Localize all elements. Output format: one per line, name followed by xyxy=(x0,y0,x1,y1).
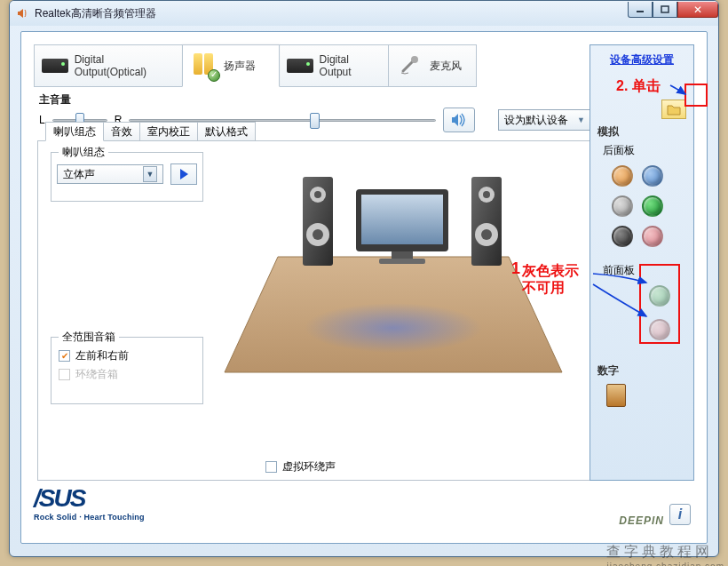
brand-logo: /SUS Rock Solid · Heart Touching xyxy=(34,484,145,522)
master-volume-label: 主音量 xyxy=(39,92,591,108)
front-jacks xyxy=(622,282,686,347)
checkbox-virtual-surround[interactable]: 虚拟环绕声 xyxy=(265,459,336,474)
full-range-label: 全范围音箱 xyxy=(59,330,119,345)
jack-gray[interactable] xyxy=(612,195,633,217)
titlebar[interactable]: Realtek高清晰音频管理器 ✕ xyxy=(10,1,718,26)
speaker-config-label: 喇叭组态 xyxy=(59,145,108,160)
mute-button[interactable] xyxy=(443,108,475,132)
tab-label: 麦克风 xyxy=(430,59,462,74)
jack-front-green[interactable] xyxy=(649,285,670,307)
svg-rect-16 xyxy=(361,195,443,244)
subtab-speaker-config[interactable]: 喇叭组态 xyxy=(45,122,104,141)
minimize-button[interactable] xyxy=(628,2,653,18)
brand-name: /SUS xyxy=(34,484,145,513)
microphone-icon xyxy=(396,52,424,80)
balance-left-label: L xyxy=(39,114,45,126)
svg-rect-0 xyxy=(637,11,644,12)
svg-point-12 xyxy=(483,191,490,198)
jack-black[interactable] xyxy=(612,226,633,247)
tab-speakers[interactable]: 扬声器 xyxy=(182,44,280,87)
rear-jacks xyxy=(597,162,686,254)
right-sidebar: 设备高级设置 模拟 后面板 前面板 数字 xyxy=(590,44,694,481)
svg-point-4 xyxy=(305,303,482,353)
front-panel-label: 前面板 xyxy=(603,263,686,278)
frame: Digital Output(Optical) 扬声器 Digital Outp… xyxy=(20,31,708,544)
device-icon xyxy=(42,52,69,80)
jack-orange[interactable] xyxy=(612,165,633,187)
advanced-settings-link[interactable]: 设备高级设置 xyxy=(597,52,686,68)
subtab-label: 喇叭组态 xyxy=(53,124,96,140)
info-button[interactable]: i xyxy=(669,504,691,525)
body: Digital Output(Optical) 扬声器 Digital Outp… xyxy=(10,26,718,556)
checkbox-icon xyxy=(265,461,277,473)
svg-rect-17 xyxy=(392,251,413,259)
speaker-config-select[interactable]: 立体声 ▼ xyxy=(57,164,163,184)
tab-digital-output-optical[interactable]: Digital Output(Optical) xyxy=(34,44,183,87)
full-range-box: 全范围音箱 ✔ 左前和右前 环绕音箱 xyxy=(51,337,203,404)
select-value: 立体声 xyxy=(63,167,95,182)
checkbox-icon: ✔ xyxy=(59,350,70,362)
subtab-label: 音效 xyxy=(111,124,132,140)
app-window: Realtek高清晰音频管理器 ✕ Digital Output(Optical… xyxy=(9,0,719,557)
tab-microphone[interactable]: 麦克风 xyxy=(388,44,477,87)
subtab-room-correction[interactable]: 室内校正 xyxy=(139,122,198,141)
speakers-icon xyxy=(190,52,218,80)
speaker-icon xyxy=(450,112,468,128)
speaker-app-icon xyxy=(15,6,29,20)
analog-section-label: 模拟 xyxy=(597,124,686,140)
digital-section-label: 数字 xyxy=(597,363,686,379)
maximize-button[interactable] xyxy=(653,2,677,18)
default-device-dropdown[interactable]: 设为默认设备 ▼ xyxy=(498,109,591,131)
watermark: 查字典教程网 jiaocheng.chazidian.com xyxy=(606,543,724,566)
checkbox-surround: 环绕音箱 xyxy=(59,367,195,382)
close-icon: ✕ xyxy=(693,4,702,16)
config-group: 喇叭组态 音效 室内校正 默认格式 喇叭组态 立体声 ▼ xyxy=(37,140,593,481)
tab-label: Digital Output(Optical) xyxy=(75,53,175,78)
default-device-label: 设为默认设备 xyxy=(504,113,568,128)
checkbox-front-lr[interactable]: ✔ 左前和右前 xyxy=(59,348,195,363)
checkbox-icon xyxy=(59,369,70,380)
subtab-sound-effects[interactable]: 音效 xyxy=(103,122,140,141)
jack-front-pink[interactable] xyxy=(649,319,670,340)
chevron-down-icon: ▼ xyxy=(577,116,585,124)
jack-blue[interactable] xyxy=(642,165,663,187)
speaker-config-box: 喇叭组态 立体声 ▼ xyxy=(51,152,203,202)
speaker-stage-illustration xyxy=(216,150,571,390)
subtab-label: 室内校正 xyxy=(147,124,190,140)
rear-panel-label: 后面板 xyxy=(603,143,686,158)
svg-point-14 xyxy=(481,229,492,240)
svg-point-2 xyxy=(411,56,418,63)
folder-icon xyxy=(667,103,681,116)
jack-pink[interactable] xyxy=(642,226,663,247)
svg-rect-1 xyxy=(661,6,669,12)
device-tabs: Digital Output(Optical) 扬声器 Digital Outp… xyxy=(34,44,477,87)
tab-label: Digital Output xyxy=(320,53,381,78)
sub-tabs: 喇叭组态 音效 室内校正 默认格式 xyxy=(45,122,255,141)
connector-settings-button[interactable] xyxy=(661,100,686,119)
watermark-main: 查字典教程网 xyxy=(606,544,713,559)
main-panel: 主音量 L R xyxy=(34,87,597,481)
window-controls: ✕ xyxy=(628,2,718,18)
svg-point-7 xyxy=(314,191,321,198)
window-title: Realtek高清晰音频管理器 xyxy=(35,6,628,21)
device-icon xyxy=(287,52,314,80)
test-play-button[interactable] xyxy=(170,163,197,185)
svg-point-9 xyxy=(313,229,323,240)
brand-tagline: Rock Solid · Heart Touching xyxy=(34,513,145,522)
chevron-down-icon: ▼ xyxy=(143,166,157,182)
checkbox-label: 环绕音箱 xyxy=(75,367,118,382)
subtab-default-format[interactable]: 默认格式 xyxy=(197,122,256,141)
svg-rect-18 xyxy=(379,259,425,264)
checkbox-label: 虚拟环绕声 xyxy=(282,459,336,474)
play-icon xyxy=(178,168,190,180)
close-button[interactable]: ✕ xyxy=(677,2,718,18)
checkbox-label: 左前和右前 xyxy=(75,348,129,363)
tab-label: 扬声器 xyxy=(224,59,256,74)
watermark-sub: jiaocheng.chazidian.com xyxy=(606,562,724,566)
jack-green[interactable] xyxy=(642,195,663,217)
partner-logo: DEEPIN xyxy=(619,514,664,527)
tab-digital-output[interactable]: Digital Output xyxy=(279,44,389,87)
digital-jack-icon[interactable] xyxy=(606,384,626,407)
subtab-label: 默认格式 xyxy=(205,124,248,140)
